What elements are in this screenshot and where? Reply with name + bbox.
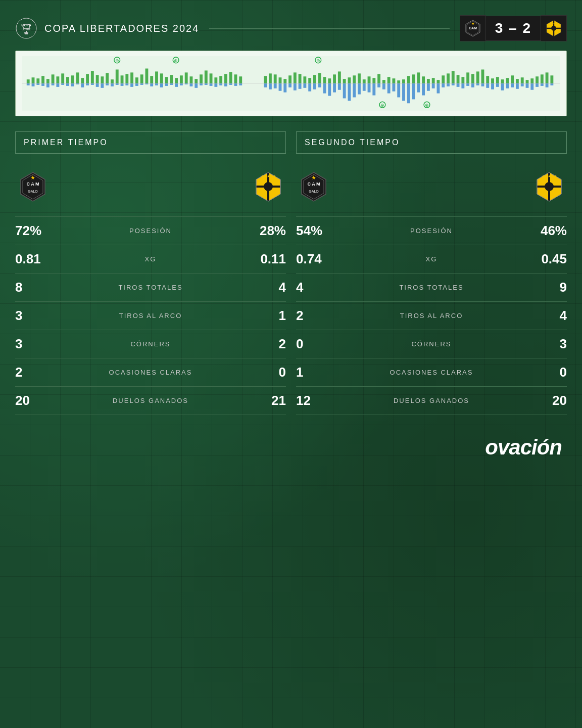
stats-container: PRIMER TIEMPO C A M GALO ★	[15, 131, 567, 415]
stat-label: XG	[322, 255, 542, 263]
svg-rect-103	[501, 79, 504, 83]
svg-rect-192	[432, 83, 435, 88]
header: COPA LIBERT. COPA LIBERTADORES 2024 CAM	[15, 15, 567, 41]
second-half-teams: C A M GALO ★ ★★★★★	[296, 164, 567, 216]
svg-rect-15	[46, 79, 50, 83]
svg-rect-18	[61, 73, 64, 83]
svg-rect-54	[239, 76, 242, 83]
svg-point-236	[545, 182, 554, 191]
svg-rect-56	[269, 73, 272, 83]
stat-away-value: 2	[261, 336, 286, 352]
stat-home-value: 0	[296, 336, 321, 352]
svg-rect-51	[224, 74, 227, 83]
svg-rect-87	[422, 76, 425, 83]
stat-home-value: 54%	[296, 223, 322, 239]
svg-text:C A M: C A M	[26, 181, 39, 187]
svg-rect-163	[288, 83, 292, 87]
stat-row: 72%POSESIÓN28%	[15, 216, 286, 245]
competition-title: COPA LIBERTADORES 2024	[44, 23, 199, 34]
svg-rect-28	[111, 79, 114, 83]
svg-rect-208	[511, 83, 514, 87]
svg-rect-195	[447, 83, 450, 86]
svg-text:⊕: ⊕	[316, 58, 320, 63]
svg-rect-78	[377, 74, 380, 83]
stat-label: CÓRNERS	[321, 340, 542, 348]
svg-rect-55	[264, 76, 267, 83]
svg-rect-60	[288, 75, 292, 83]
first-half-header: PRIMER TIEMPO	[15, 131, 286, 154]
svg-rect-64	[308, 78, 311, 83]
svg-text:★★★★★: ★★★★★	[261, 174, 276, 178]
svg-rect-79	[382, 80, 385, 83]
svg-rect-113	[550, 75, 553, 83]
svg-rect-168	[313, 83, 316, 89]
svg-rect-152	[214, 83, 217, 87]
svg-rect-181	[377, 83, 380, 87]
svg-text:⊕: ⊕	[174, 58, 178, 63]
stat-home-value: 3	[15, 336, 40, 352]
svg-rect-12	[32, 77, 35, 83]
svg-rect-22	[81, 78, 84, 83]
svg-rect-42	[180, 75, 183, 83]
svg-rect-202	[481, 83, 484, 86]
svg-rect-63	[303, 76, 306, 83]
svg-rect-167	[308, 83, 311, 92]
svg-rect-17	[56, 76, 59, 83]
svg-rect-139	[150, 83, 153, 86]
first-half-teams: C A M GALO ★ ★★★★★	[15, 164, 286, 216]
svg-rect-158	[264, 83, 267, 87]
svg-rect-169	[318, 83, 321, 87]
svg-rect-57	[274, 74, 277, 83]
svg-rect-101	[491, 78, 494, 83]
svg-rect-154	[224, 83, 227, 86]
stat-row: 54%POSESIÓN46%	[296, 216, 567, 245]
svg-rect-66	[318, 73, 321, 83]
svg-rect-35	[145, 69, 148, 83]
home-score: 3	[495, 20, 504, 36]
svg-rect-61	[294, 72, 297, 83]
stat-label: TIROS TOTALES	[321, 284, 542, 291]
svg-rect-166	[303, 83, 306, 88]
stat-home-value: 1	[296, 365, 321, 380]
svg-rect-126	[86, 83, 89, 85]
stat-row: 0.81XG0.11	[15, 245, 286, 273]
stat-row: 3TIROS AL ARCO1	[15, 301, 286, 330]
svg-rect-115	[32, 83, 35, 86]
svg-rect-100	[486, 76, 489, 83]
score-sep: –	[509, 20, 518, 36]
svg-point-8	[551, 26, 556, 31]
svg-rect-88	[427, 79, 430, 83]
svg-rect-207	[506, 83, 509, 88]
svg-text:⊕: ⊕	[380, 103, 384, 108]
svg-rect-123	[71, 83, 74, 86]
svg-rect-106	[516, 79, 519, 83]
svg-rect-69	[333, 74, 336, 83]
stat-label: OCASIONES CLARAS	[40, 369, 261, 376]
stat-away-value: 1	[261, 308, 286, 324]
second-half-stat-rows: 54%POSESIÓN46%0.74XG0.454TIROS TOTALES92…	[296, 216, 567, 415]
stat-home-value: 0.81	[15, 251, 41, 267]
svg-rect-210	[521, 83, 524, 86]
svg-rect-11	[27, 79, 30, 83]
svg-text:★★★★: ★★★★	[549, 22, 559, 25]
stat-home-value: 2	[15, 365, 40, 380]
svg-rect-76	[368, 76, 371, 83]
svg-rect-199	[466, 83, 469, 86]
copa-libertadores-icon: COPA LIBERT.	[15, 17, 37, 39]
svg-rect-189	[417, 83, 420, 93]
svg-rect-193	[437, 83, 440, 94]
svg-rect-136	[135, 83, 138, 86]
stat-away-value: 0	[542, 365, 567, 380]
svg-rect-128	[96, 83, 99, 87]
stat-away-value: 4	[542, 308, 567, 324]
stat-home-value: 0.74	[296, 251, 322, 267]
svg-rect-129	[101, 83, 104, 88]
svg-rect-186	[402, 83, 405, 101]
svg-rect-149	[200, 83, 203, 85]
svg-rect-170	[323, 83, 326, 94]
stat-row: 2OCASIONES CLARAS0	[15, 358, 286, 386]
header-divider	[209, 28, 449, 29]
svg-rect-134	[125, 83, 128, 85]
svg-rect-120	[56, 83, 59, 87]
svg-rect-97	[471, 74, 474, 83]
